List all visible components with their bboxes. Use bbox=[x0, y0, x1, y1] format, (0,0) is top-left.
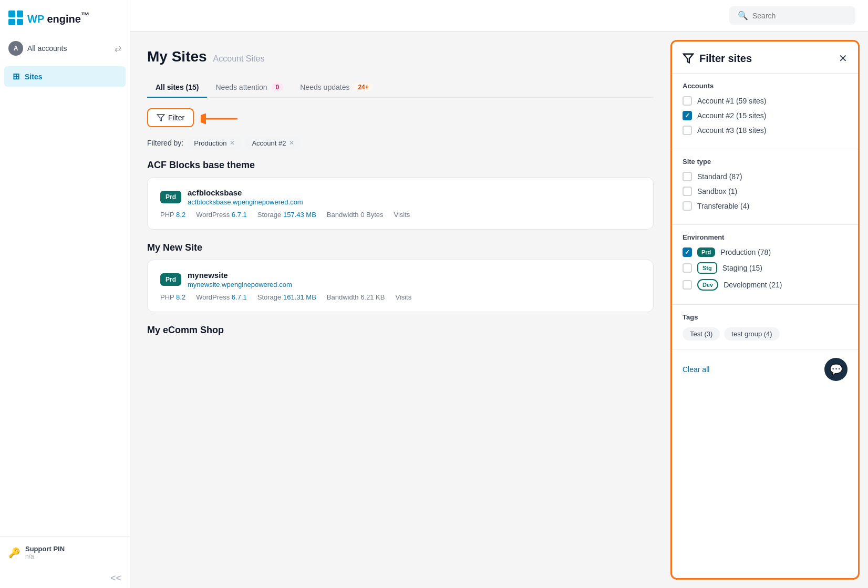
search-bar[interactable]: 🔍 bbox=[729, 6, 855, 25]
dev-env-option[interactable]: Dev Development (21) bbox=[683, 279, 848, 291]
stg-badge: Stg bbox=[697, 262, 717, 274]
sidebar-item-sites[interactable]: ⊞ Sites bbox=[4, 66, 126, 87]
staging-env-option[interactable]: Stg Staging (15) bbox=[683, 262, 848, 274]
account3-checkbox[interactable] bbox=[683, 126, 692, 135]
env-badge-prd: Prd bbox=[160, 191, 181, 203]
filter-tag-account2[interactable]: Account #2 ✕ bbox=[245, 137, 301, 149]
account1-option[interactable]: Account #1 (59 sites) bbox=[683, 96, 848, 106]
environment-section-title: Environment bbox=[683, 233, 848, 241]
page-title: My Sites bbox=[147, 48, 207, 65]
filtered-by-label: Filtered by: bbox=[147, 139, 183, 147]
filter-button[interactable]: Filter bbox=[147, 108, 194, 127]
svg-marker-2 bbox=[684, 54, 693, 63]
topbar: 🔍 bbox=[130, 0, 868, 32]
filter-icon bbox=[157, 114, 165, 122]
tabs: All sites (15) Needs attention 0 Needs u… bbox=[147, 78, 654, 98]
site-env-row: Prd acfblocksbase acfblocksbase.wpengine… bbox=[160, 188, 640, 207]
visits-label: Visits bbox=[394, 211, 410, 219]
filter-section-site-type: Site type Standard (87) Sandbox (1) Tran… bbox=[672, 149, 858, 225]
chat-button[interactable]: 💬 bbox=[824, 358, 848, 381]
site-group-title-2: My New Site bbox=[147, 242, 654, 253]
wp-label-2: WordPress 6.7.1 bbox=[196, 293, 247, 301]
filter-section-environment: Environment Prd Production (78) Stg Stag… bbox=[672, 225, 858, 305]
transferable-option[interactable]: Transferable (4) bbox=[683, 201, 848, 211]
sites-icon: ⊞ bbox=[13, 71, 19, 81]
site-group-ecomm: My eComm Shop bbox=[147, 325, 654, 336]
sidebar-collapse-button[interactable]: << bbox=[0, 569, 130, 588]
site-group-title-3: My eComm Shop bbox=[147, 325, 654, 336]
php-label-2: PHP 8.2 bbox=[160, 293, 185, 301]
support-pin: 🔑 Support PIN n/a bbox=[8, 545, 121, 560]
production-env-option[interactable]: Prd Production (78) bbox=[683, 247, 848, 257]
site-env-row-2: Prd mynewsite mynewsite.wpenginepowered.… bbox=[160, 271, 640, 289]
filter-row: Filter bbox=[147, 108, 654, 129]
svg-marker-0 bbox=[157, 115, 164, 121]
filter-section-accounts: Accounts Account #1 (59 sites) Account #… bbox=[672, 74, 858, 149]
wp-label: WordPress 6.7.1 bbox=[196, 211, 247, 219]
remove-account2-filter[interactable]: ✕ bbox=[289, 139, 294, 147]
tab-needs-attention[interactable]: Needs attention 0 bbox=[207, 78, 292, 98]
staging-checkbox[interactable] bbox=[683, 263, 692, 273]
site-card-mynewsite[interactable]: Prd mynewsite mynewsite.wpenginepowered.… bbox=[147, 260, 654, 312]
env-badge-prd-2: Prd bbox=[160, 273, 181, 286]
accounts-section-title: Accounts bbox=[683, 82, 848, 90]
page-title-row: My Sites Account Sites bbox=[147, 48, 654, 65]
prd-badge: Prd bbox=[697, 247, 715, 257]
transferable-checkbox[interactable] bbox=[683, 201, 692, 211]
updates-badge: 24+ bbox=[354, 83, 373, 91]
support-pin-label: Support PIN bbox=[25, 545, 65, 553]
site-url[interactable]: acfblocksbase.wpenginepowered.com bbox=[188, 198, 303, 206]
dev-badge: Dev bbox=[697, 279, 718, 291]
logo-wordmark: WP engine™ bbox=[27, 11, 90, 25]
page-subtitle: Account Sites bbox=[213, 54, 265, 64]
tab-needs-updates[interactable]: Needs updates 24+ bbox=[292, 78, 381, 98]
bandwidth-label-2: Bandwidth 6.21 KB bbox=[327, 293, 385, 301]
site-url-2[interactable]: mynewsite.wpenginepowered.com bbox=[188, 281, 292, 288]
support-pin-value: n/a bbox=[25, 553, 65, 560]
account3-option[interactable]: Account #3 (18 sites) bbox=[683, 126, 848, 135]
visits-label-2: Visits bbox=[395, 293, 411, 301]
filter-panel-footer: Clear all 💬 bbox=[672, 349, 858, 389]
sandbox-checkbox[interactable] bbox=[683, 187, 692, 196]
logo: WP engine™ bbox=[0, 0, 130, 36]
sidebar: WP engine™ A All accounts ⇄ ⊞ Sites 🔑 Su… bbox=[0, 0, 130, 588]
swap-icon[interactable]: ⇄ bbox=[115, 44, 121, 54]
account-switcher[interactable]: A All accounts ⇄ bbox=[0, 36, 130, 61]
clear-all-button[interactable]: Clear all bbox=[683, 365, 709, 374]
production-checkbox[interactable] bbox=[683, 247, 692, 257]
sidebar-nav: ⊞ Sites bbox=[0, 61, 130, 536]
account2-checkbox[interactable] bbox=[683, 111, 692, 120]
account1-checkbox[interactable] bbox=[683, 96, 692, 106]
chat-icon: 💬 bbox=[830, 363, 843, 376]
site-type-section-title: Site type bbox=[683, 158, 848, 166]
standard-checkbox[interactable] bbox=[683, 172, 692, 181]
filter-close-button[interactable]: ✕ bbox=[839, 52, 848, 65]
account2-option[interactable]: Account #2 (15 sites) bbox=[683, 111, 848, 120]
filter-tag-production[interactable]: Production ✕ bbox=[188, 137, 241, 149]
remove-production-filter[interactable]: ✕ bbox=[230, 139, 235, 147]
standard-option[interactable]: Standard (87) bbox=[683, 172, 848, 181]
search-input[interactable] bbox=[752, 12, 844, 20]
sidebar-item-label: Sites bbox=[25, 73, 42, 81]
site-meta-2: PHP 8.2 WordPress 6.7.1 Storage 161.31 M… bbox=[160, 293, 640, 301]
filter-panel-title: Filter sites bbox=[683, 53, 752, 65]
tag-test-group[interactable]: test group (4) bbox=[724, 327, 779, 341]
php-label: PHP 8.2 bbox=[160, 211, 185, 219]
arrow-annotation bbox=[201, 111, 243, 129]
storage-label-2: Storage 161.31 MB bbox=[257, 293, 316, 301]
bandwidth-label: Bandwidth 0 Bytes bbox=[327, 211, 384, 219]
sandbox-option[interactable]: Sandbox (1) bbox=[683, 187, 848, 196]
dev-checkbox[interactable] bbox=[683, 280, 692, 290]
site-group-newsite: My New Site Prd mynewsite mynewsite.wpen… bbox=[147, 242, 654, 312]
filter-panel-header: Filter sites ✕ bbox=[672, 42, 858, 74]
site-group-acf: ACF Blocks base theme Prd acfblocksbase … bbox=[147, 160, 654, 230]
site-meta: PHP 8.2 WordPress 6.7.1 Storage 157.43 M… bbox=[160, 211, 640, 219]
tag-test[interactable]: Test (3) bbox=[683, 327, 720, 341]
tags-row: Test (3) test group (4) bbox=[683, 327, 848, 341]
filter-panel: Filter sites ✕ Accounts Account #1 (59 s… bbox=[670, 40, 860, 580]
filter-panel-icon bbox=[683, 53, 694, 64]
key-icon: 🔑 bbox=[8, 547, 20, 559]
site-card-acfblocksbase[interactable]: Prd acfblocksbase acfblocksbase.wpengine… bbox=[147, 177, 654, 230]
tab-all-sites[interactable]: All sites (15) bbox=[147, 78, 207, 98]
tags-section-title: Tags bbox=[683, 313, 848, 321]
